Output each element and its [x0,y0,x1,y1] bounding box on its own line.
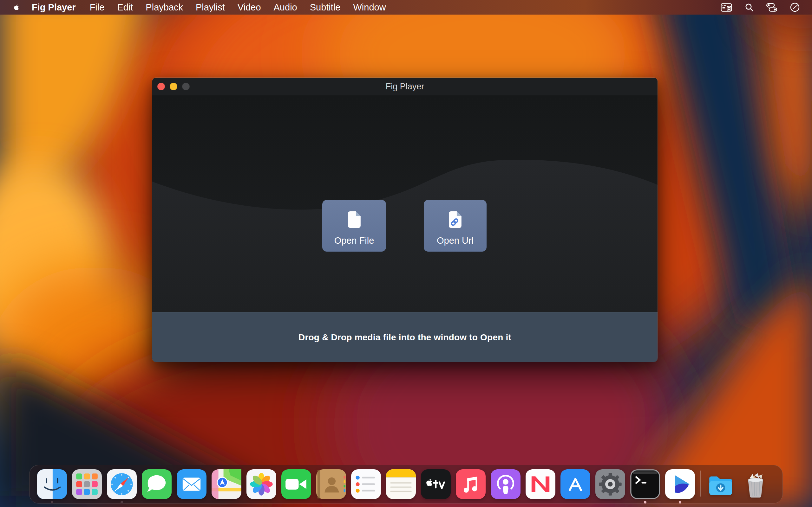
menu-item-edit[interactable]: Edit [117,2,133,13]
menu-item-window[interactable]: Window [353,2,386,13]
dock [29,465,783,504]
podcasts-icon [491,469,520,499]
trash-icon [741,469,770,499]
traffic-lights [157,83,190,90]
dock-item-terminal[interactable] [630,469,660,499]
photos-icon [247,469,276,499]
mail-icon [177,469,206,499]
finder-icon [37,469,67,499]
menu-item-audio[interactable]: Audio [274,2,297,13]
dock-item-system-settings[interactable] [595,469,625,499]
system-settings-icon [595,469,625,499]
terminal-icon [630,469,660,499]
app-store-icon [560,469,590,499]
dock-item-facetime[interactable] [281,469,311,499]
close-button[interactable] [157,83,165,90]
contacts-icon [316,469,346,499]
messages-icon [142,469,171,499]
dock-item-mail[interactable] [177,469,206,499]
input-menu-icon[interactable] [721,3,732,12]
spotlight-search-icon[interactable] [745,3,754,12]
menu-item-playback[interactable]: Playback [146,2,183,13]
running-indicator [120,501,123,504]
dock-item-launchpad[interactable] [72,469,102,499]
facetime-icon [281,469,311,499]
dock-item-app-store[interactable] [560,469,590,499]
open-url-label: Open Url [437,235,473,246]
document-icon [345,208,364,232]
window-titlebar[interactable]: Fig Player [152,78,658,95]
window-title: Fig Player [152,78,658,95]
window-content: Open File Open Url [152,95,658,312]
running-indicator [51,501,53,504]
control-center-icon[interactable] [766,3,777,12]
dock-item-messages[interactable] [142,469,171,499]
apple-icon[interactable] [13,3,21,12]
dock-item-podcasts[interactable] [491,469,520,499]
background-wave-decoration [152,95,658,312]
minimize-button[interactable] [170,83,177,90]
menu-bar-left: Fig Player File Edit Playback Playlist V… [0,2,386,13]
dock-item-news[interactable] [525,469,555,499]
app-menu[interactable]: Fig Player [32,2,76,13]
maps-icon [212,469,241,499]
safari-icon [107,469,137,499]
notes-icon [386,469,416,499]
running-indicator [679,501,681,504]
open-file-button[interactable]: Open File [322,200,386,251]
menu-bar-status-area [721,2,812,12]
drop-hint-bar: Drog & Drop media file into the window t… [152,312,658,362]
desktop: Fig Player File Edit Playback Playlist V… [0,0,812,507]
dock-item-trash[interactable] [741,469,770,499]
running-indicator [644,501,647,504]
music-icon [456,469,486,499]
dock-item-safari[interactable] [107,469,137,499]
downloads-folder-icon [706,469,735,499]
fig-player-icon [665,469,695,499]
dock-item-contacts[interactable] [316,469,346,499]
news-icon [525,469,555,499]
zoom-button[interactable] [182,83,190,90]
dock-item-reminders[interactable] [351,469,381,499]
menu-item-file[interactable]: File [90,2,105,13]
dock-item-music[interactable] [456,469,486,499]
dock-item-tv[interactable] [421,469,451,499]
dock-item-downloads[interactable] [706,469,735,499]
menu-item-playlist[interactable]: Playlist [196,2,225,13]
menu-item-video[interactable]: Video [238,2,261,13]
document-link-icon [445,208,465,232]
reminders-icon [351,469,381,499]
dock-item-fig-player[interactable] [665,469,695,499]
dock-item-finder[interactable] [37,469,67,499]
menu-bar: Fig Player File Edit Playback Playlist V… [0,0,812,14]
clock-icon[interactable] [790,2,800,12]
open-url-button[interactable]: Open Url [424,200,487,251]
dock-item-maps[interactable] [212,469,241,499]
drop-hint-text: Drog & Drop media file into the window t… [299,332,511,343]
launchpad-icon [72,469,102,499]
dock-separator [700,470,701,497]
menu-item-subtitle[interactable]: Subtitle [310,2,341,13]
open-file-label: Open File [334,235,374,246]
apple-tv-icon [421,469,451,499]
dock-item-photos[interactable] [247,469,276,499]
fig-player-window: Fig Player Open File [152,78,658,362]
dock-item-notes[interactable] [386,469,416,499]
